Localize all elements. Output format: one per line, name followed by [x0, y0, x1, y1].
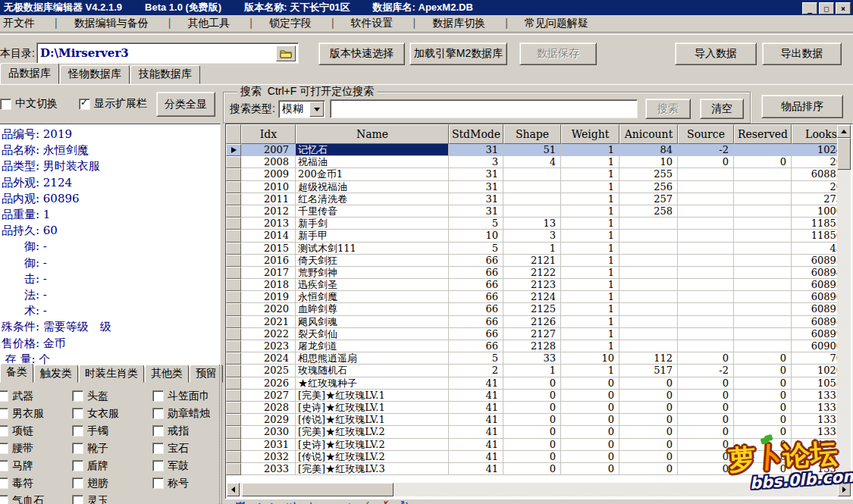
cell-shape[interactable]: 2124 — [503, 291, 561, 303]
cell-stdmode[interactable]: 66 — [449, 291, 503, 303]
cell-source[interactable]: 0 — [678, 463, 734, 475]
nav-delete-icon[interactable]: － — [326, 499, 336, 504]
cell-source[interactable] — [678, 230, 734, 242]
cell-name[interactable]: 迅疾剑圣 — [296, 279, 449, 291]
cell-name[interactable]: 屠龙剑道 — [296, 340, 449, 352]
import-data-button[interactable]: 导入数据 — [675, 42, 757, 65]
cell-shape[interactable]: 0 — [503, 390, 561, 402]
cell-anicount[interactable]: 0 — [619, 463, 678, 475]
cell-source[interactable] — [678, 243, 734, 255]
database-tab[interactable]: 品数据库 — [0, 63, 59, 84]
category-show-all-button[interactable]: 分类全显 — [156, 92, 215, 117]
cell-weight[interactable]: 1 — [561, 230, 619, 242]
nav-next-icon[interactable]: ▸ — [271, 499, 276, 504]
cell-source[interactable]: 0 — [678, 377, 734, 390]
checkbox-box-checked[interactable] — [79, 99, 90, 110]
cell-name[interactable]: 祝福油 — [296, 156, 449, 168]
table-row[interactable]: 2027 [完美]★红玫瑰LV.1 41 0 0 0 0 0 1335 — [226, 390, 852, 402]
cell-source[interactable]: -2 — [678, 365, 734, 377]
table-row[interactable]: 2008 祝福油 3 4 1 10 0 0 20 — [226, 156, 852, 168]
clear-button[interactable]: 清空 — [700, 99, 744, 119]
cell-shape[interactable]: 2123 — [503, 279, 561, 291]
nav-edit-icon[interactable]: ▴ — [347, 499, 352, 504]
cell-anicount[interactable] — [619, 328, 678, 340]
cell-stdmode[interactable]: 41 — [449, 390, 503, 402]
nav-post-icon[interactable]: ✓ — [362, 499, 371, 504]
browse-folder-button[interactable] — [276, 45, 296, 61]
cell-shape[interactable]: 2121 — [503, 255, 561, 267]
cell-source[interactable]: -2 — [678, 144, 734, 156]
cell-weight[interactable]: 1 — [561, 218, 619, 230]
cell-source[interactable] — [678, 291, 734, 303]
cell-reserved[interactable] — [734, 181, 792, 193]
cell-stdmode[interactable]: 41 — [449, 414, 503, 426]
cell-idx[interactable]: 2018 — [241, 279, 296, 291]
cell-shape[interactable]: 33 — [503, 352, 561, 365]
table-row[interactable]: 2009 200金币1 31 1 255 60883 — [226, 168, 852, 180]
cell-shape[interactable] — [503, 193, 561, 205]
show-extended-checkbox[interactable]: 显示扩展栏 — [79, 97, 147, 111]
category-checkbox[interactable]: 斗笠面巾 — [152, 390, 221, 403]
table-row[interactable]: 2015 测试木剑111 5 1 1 43 — [226, 243, 852, 255]
cell-source[interactable] — [678, 279, 734, 291]
column-header-source[interactable]: Source — [678, 124, 734, 144]
checkbox-box[interactable] — [0, 99, 11, 110]
cell-idx[interactable]: 2024 — [241, 352, 296, 365]
category-checkbox[interactable]: 军鼓 — [152, 459, 221, 473]
column-header-weight[interactable]: Weight — [561, 124, 619, 144]
cell-name[interactable]: [史诗]★红玫瑰LV.2 — [296, 439, 449, 451]
cell-reserved[interactable]: 0 — [734, 156, 792, 168]
cell-reserved[interactable] — [734, 168, 792, 180]
cell-source[interactable] — [678, 168, 734, 180]
cell-name[interactable]: [史诗]★红玫瑰LV.1 — [296, 402, 449, 414]
cell-anicount[interactable] — [619, 340, 678, 352]
cell-anicount[interactable]: 112 — [619, 352, 678, 365]
cell-shape[interactable]: 2125 — [503, 303, 561, 315]
cell-weight[interactable]: 0 — [561, 402, 619, 414]
cell-idx[interactable]: 2012 — [241, 205, 296, 218]
cell-stdmode[interactable]: 31 — [449, 168, 503, 180]
checkbox-box[interactable] — [152, 477, 164, 489]
cell-name[interactable]: [完美]★红玫瑰LV.2 — [296, 426, 449, 438]
category-tab[interactable]: 预留 — [190, 365, 223, 383]
checkbox-box[interactable] — [72, 477, 83, 489]
cell-name[interactable]: 记忆石 — [296, 144, 449, 156]
checkbox-box[interactable] — [72, 390, 83, 402]
table-row[interactable]: 2022 裂天剑仙 66 2127 1 60899 — [226, 328, 852, 340]
cell-shape[interactable]: 0 — [503, 451, 561, 463]
cell-weight[interactable]: 0 — [561, 426, 619, 438]
checkbox-box[interactable] — [152, 390, 164, 402]
cell-name[interactable]: 血眸剑尊 — [296, 303, 449, 315]
export-data-button[interactable]: 导出数据 — [762, 42, 842, 65]
search-input[interactable] — [332, 102, 635, 116]
cell-anicount[interactable]: 257 — [619, 193, 678, 205]
cell-reserved[interactable] — [734, 279, 792, 291]
cell-shape[interactable]: 2127 — [503, 328, 561, 340]
cell-anicount[interactable]: 0 — [619, 451, 678, 463]
checkbox-box[interactable] — [72, 443, 83, 454]
cell-reserved[interactable]: 0 — [734, 352, 792, 365]
cell-stdmode[interactable]: 66 — [449, 255, 503, 267]
cell-source[interactable] — [678, 205, 734, 218]
cell-idx[interactable]: 2023 — [241, 340, 296, 352]
cell-shape[interactable]: 0 — [503, 402, 561, 414]
checkbox-box[interactable] — [72, 495, 83, 504]
category-checkbox[interactable]: 女衣服 — [72, 407, 152, 421]
cell-idx[interactable]: 2031 — [241, 439, 296, 451]
cell-idx[interactable]: 2022 — [241, 328, 296, 340]
cell-shape[interactable]: 1 — [503, 243, 561, 255]
table-row[interactable]: 2014 新手甲 10 3 1 11856 — [226, 230, 852, 242]
category-tab[interactable]: 时装生肖类 — [79, 365, 144, 383]
category-checkbox[interactable]: 翅膀 — [72, 477, 152, 490]
cell-shape[interactable]: 2126 — [503, 316, 561, 328]
table-row[interactable]: 2011 红名清洗卷 31 1 257 273 — [226, 193, 852, 205]
cell-anicount[interactable] — [619, 218, 678, 230]
cell-idx[interactable]: 2013 — [241, 218, 296, 230]
cell-idx[interactable]: 2026 — [241, 377, 296, 390]
scroll-up-button[interactable] — [837, 125, 851, 138]
checkbox-box[interactable] — [0, 477, 8, 489]
cell-reserved[interactable] — [734, 291, 792, 303]
cell-weight[interactable]: 1 — [561, 316, 619, 328]
cell-stdmode[interactable]: 66 — [449, 267, 503, 279]
cell-stdmode[interactable]: 66 — [449, 340, 503, 352]
